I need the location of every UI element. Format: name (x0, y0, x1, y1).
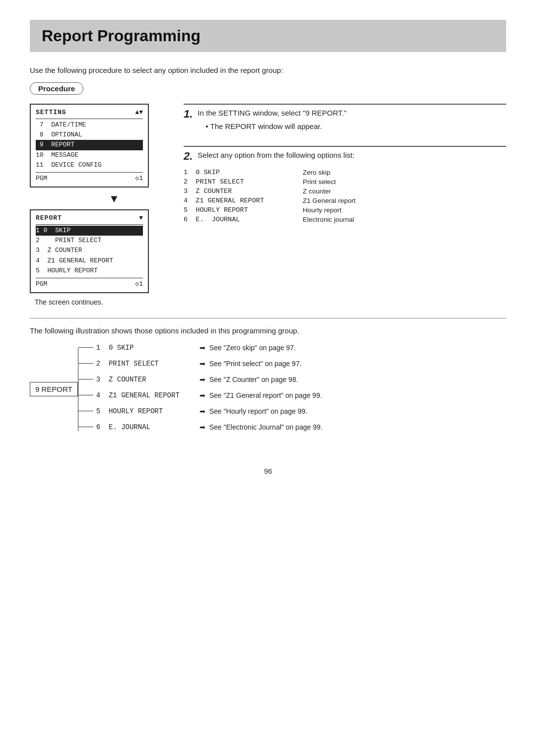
section-divider (30, 318, 506, 318)
branch-label-6: 6 E. JOURNAL (96, 423, 196, 431)
branch-line-5 (78, 411, 93, 411)
screen2-footer-right: ◇1 (135, 279, 143, 289)
branch-see-2: See "Print select" on page 97. (209, 360, 302, 368)
screen2-row-1-highlight: 1 0 SKIP (36, 226, 143, 236)
step-1-sub: • The REPORT window will appear. (205, 121, 346, 132)
branch-line-4 (78, 395, 93, 395)
opt-code-6: 6 E. JOURNAL (184, 216, 293, 223)
screen2-row-5: 5 HOURLY REPORT (36, 266, 143, 276)
options-table: 1 0 SKIP Zero skip 2 PRINT SELECT Print … (184, 169, 506, 223)
screen2-row-2: 2 PRINT SELECT (36, 236, 143, 246)
tree-intro-text: The following illustration shows those o… (30, 326, 506, 335)
tree-layout: 9 REPORT 1 0 SKIP ➡ See "Zero skip" on p… (30, 342, 506, 437)
opt-label-6: Electronic journal (303, 216, 402, 223)
page-title: Report Programming (42, 27, 494, 45)
screen2-title-row: REPORT ▼ (36, 213, 143, 225)
branch-arrow-2: ➡ (200, 360, 205, 368)
step-2-block: 2. Select any option from the following … (184, 146, 506, 223)
title-bar: Report Programming (30, 20, 506, 52)
screen1-title: SETTING (36, 108, 67, 118)
screen1-row-2: 8 OPTIONAL (36, 130, 143, 140)
screen1-row-3-highlight: 9 REPORT (36, 140, 143, 150)
screen2-title: REPORT (36, 213, 62, 223)
branch-see-6: See "Electronic Journal" on page 99. (209, 423, 323, 431)
branch-see-4: See "Z1 General report" on page 99. (209, 391, 322, 399)
step-1-main: In the SETTING window, select "9 REPORT.… (198, 109, 346, 117)
screen1-footer-right: ◇1 (135, 174, 143, 184)
opt-label-4: Z1 General report (303, 197, 402, 204)
screen-continues-text: The screen continues. (35, 298, 169, 306)
screen2-arrows: ▼ (139, 213, 143, 223)
branch-line-1 (78, 347, 93, 348)
main-content: SETTING ▲▼ 7 DATE/TIME 8 OPTIONAL 9 REPO… (30, 104, 506, 306)
screen1-footer-left: PGM (36, 174, 47, 184)
tree-root-label: 9 REPORT (30, 382, 78, 396)
branch-arrow-6: ➡ (200, 423, 205, 431)
opt-code-5: 5 HOURLY REPORT (184, 206, 293, 214)
step-1-block: 1. In the SETTING window, select "9 REPO… (184, 104, 506, 132)
branch-arrow-5: ➡ (200, 407, 205, 415)
screen1-arrows: ▲▼ (135, 108, 143, 118)
step-2-text: Select any option from the following opt… (198, 150, 354, 161)
screen1-footer: PGM ◇1 (36, 172, 143, 184)
branch-label-4: 4 Z1 GENERAL REPORT (96, 391, 196, 399)
screen2-row-4: 4 Z1 GENERAL REPORT (36, 256, 143, 266)
intro-text: Use the following procedure to select an… (30, 66, 506, 74)
screen2-footer: PGM ◇1 (36, 278, 143, 289)
screen2-footer-left: PGM (36, 279, 47, 289)
branch-line-3 (78, 379, 93, 379)
branch-label-3: 3 Z COUNTER (96, 376, 196, 383)
step-2-number: 2. (184, 150, 193, 163)
setting-screen: SETTING ▲▼ 7 DATE/TIME 8 OPTIONAL 9 REPO… (30, 104, 149, 188)
branch-see-5: See "Hourly report" on page 99. (209, 407, 308, 415)
branch-line-2 (78, 363, 93, 364)
opt-label-2: Print select (303, 178, 402, 186)
branch-label-2: 2 PRINT SELECT (96, 360, 196, 368)
branch-label-1: 1 0 SKIP (96, 344, 196, 352)
screen1-row-4: 10 MESSAGE (36, 150, 143, 160)
branch-see-1: See "Zero skip" on page 97. (209, 344, 296, 352)
opt-code-3: 3 Z COUNTER (184, 188, 293, 195)
branch-arrow-4: ➡ (200, 391, 205, 399)
tree-section: The following illustration shows those o… (30, 326, 506, 437)
left-column: SETTING ▲▼ 7 DATE/TIME 8 OPTIONAL 9 REPO… (30, 104, 169, 306)
screen1-row-1: 7 DATE/TIME (36, 120, 143, 130)
tree-connector-area: 1 0 SKIP ➡ See "Zero skip" on page 97. 2… (78, 342, 323, 437)
right-column: 1. In the SETTING window, select "9 REPO… (184, 104, 506, 306)
tree-branches: 1 0 SKIP ➡ See "Zero skip" on page 97. 2… (78, 342, 323, 437)
branch-arrow-3: ➡ (200, 376, 205, 383)
page-number: 96 (30, 467, 506, 475)
tree-item-5: 5 HOURLY REPORT ➡ See "Hourly report" on… (78, 405, 323, 417)
report-screen: REPORT ▼ 1 0 SKIP 2 PRINT SELECT 3 Z COU… (30, 209, 149, 293)
step-1-text: In the SETTING window, select "9 REPORT.… (198, 108, 346, 132)
branch-label-5: 5 HOURLY REPORT (96, 407, 196, 415)
procedure-badge: Procedure (30, 82, 83, 95)
opt-code-4: 4 Z1 GENERAL REPORT (184, 197, 293, 204)
screen1-row-5: 11 DEVICE CONFIG (36, 160, 143, 170)
opt-code-1: 1 0 SKIP (184, 169, 293, 176)
tree-item-4: 4 Z1 GENERAL REPORT ➡ See "Z1 General re… (78, 389, 323, 401)
tree-item-2: 2 PRINT SELECT ➡ See "Print select" on p… (78, 358, 323, 370)
down-arrow-icon: ▼ (60, 192, 169, 205)
step-2-header: 2. Select any option from the following … (184, 146, 506, 163)
step-1-number: 1. (184, 108, 193, 121)
tree-item-1: 1 0 SKIP ➡ See "Zero skip" on page 97. (78, 342, 323, 354)
screen1-title-row: SETTING ▲▼ (36, 108, 143, 119)
screen2-row-3: 3 Z COUNTER (36, 246, 143, 255)
step-2-main: Select any option from the following opt… (198, 151, 354, 159)
branch-line-6 (78, 427, 93, 427)
step-1-header: 1. In the SETTING window, select "9 REPO… (184, 104, 506, 132)
opt-label-1: Zero skip (303, 169, 402, 176)
tree-item-3: 3 Z COUNTER ➡ See "Z Counter" on page 98… (78, 374, 323, 385)
tree-item-6: 6 E. JOURNAL ➡ See "Electronic Journal" … (78, 421, 323, 433)
branch-see-3: See "Z Counter" on page 98. (209, 376, 298, 383)
opt-label-5: Hourly report (303, 206, 402, 214)
branch-arrow-1: ➡ (200, 344, 205, 352)
opt-label-3: Z counter (303, 188, 402, 195)
opt-code-2: 2 PRINT SELECT (184, 178, 293, 186)
